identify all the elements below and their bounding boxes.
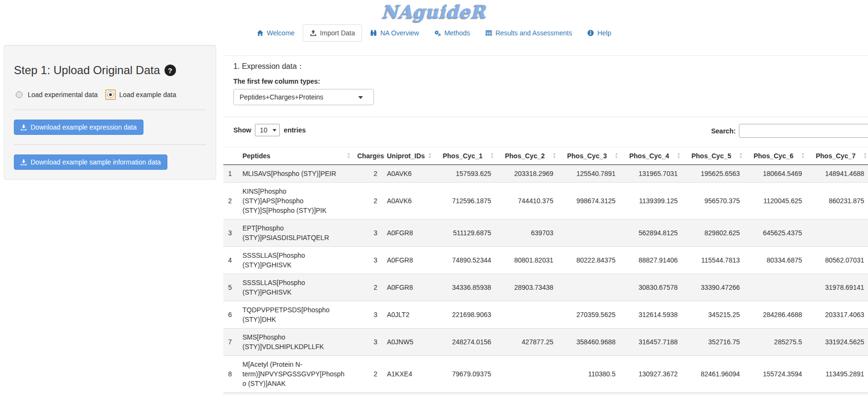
- sort-arrows-icon[interactable]: ▴▾: [553, 152, 555, 159]
- value-cell: 110380.5: [558, 356, 620, 393]
- search-input[interactable]: [739, 124, 868, 138]
- value-cell: 30830.67578: [620, 274, 682, 301]
- table-row: [223, 393, 868, 395]
- value-cell: [745, 274, 807, 301]
- column-types-select[interactable]: Peptides+Charges+Proteins: [233, 89, 374, 105]
- value-cell: 28903.73438: [496, 274, 558, 301]
- value-cell: 157593.625: [434, 165, 496, 183]
- sort-arrows-icon[interactable]: ▴▾: [615, 152, 617, 159]
- value-cell: 148941.4688: [807, 165, 868, 183]
- home-icon: [257, 30, 264, 36]
- value-cell: 285275.5: [745, 329, 807, 356]
- value-cell: 744410.375: [496, 183, 558, 219]
- radio-circle-selected-icon[interactable]: [107, 91, 114, 98]
- value-cell: 312614.5938: [620, 301, 682, 329]
- row-index-cell: 3: [223, 219, 238, 247]
- uniprot-cell: A0FGR8: [382, 247, 434, 274]
- upload-icon: [310, 30, 317, 36]
- table-row: 5SSSSLLAS[Phospho (STY)]PGHISVK2A0FGR834…: [223, 274, 868, 301]
- binoculars-icon: [370, 30, 377, 36]
- tab-results-assessments[interactable]: Results and Assessments: [478, 24, 579, 42]
- radio-load-experimental-data[interactable]: Load experimental data: [14, 89, 98, 100]
- tab-welcome[interactable]: Welcome: [250, 24, 302, 42]
- value-cell: 34336.85938: [434, 274, 496, 301]
- value-cell: [558, 274, 620, 301]
- value-cell: 1120045.625: [745, 183, 807, 219]
- page-length-select[interactable]: 10: [255, 124, 280, 136]
- table-row: 1MLISAVS[Phospho (STY)]PEIR2A0AVK6157593…: [223, 165, 868, 183]
- column-header-Phos_Cyc_7[interactable]: Phos_Cyc_7▴▾: [807, 147, 868, 165]
- download-example-expression-button[interactable]: Download example expression data: [14, 120, 143, 135]
- tab-help[interactable]: Help: [580, 24, 618, 42]
- tab-na-overview[interactable]: NA Overview: [363, 24, 426, 42]
- tab-methods[interactable]: Methods: [427, 24, 477, 42]
- peptide-cell: SSSSLLAS[Phospho (STY)]PGHISVK: [238, 274, 352, 301]
- sort-arrows-icon[interactable]: ▴▾: [377, 152, 379, 159]
- gears-icon: [434, 30, 441, 36]
- value-cell: 956570.375: [682, 183, 745, 219]
- column-header-Phos_Cyc_3[interactable]: Phos_Cyc_3▴▾: [558, 147, 620, 165]
- peptide-cell: SMS[Phospho (STY)]VDLSHIPLKDPLLFK: [238, 329, 352, 356]
- tab-import-data[interactable]: Import Data: [303, 24, 362, 42]
- sort-arrows-icon[interactable]: ▴▾: [740, 152, 742, 159]
- peptide-cell: MLISAVS[Phospho (STY)]PEIR: [238, 165, 352, 183]
- radio-load-example-data[interactable]: Load example data: [105, 89, 176, 100]
- sort-arrows-icon[interactable]: ▴▾: [429, 152, 431, 159]
- uniprot-cell: A1KXE4: [382, 356, 434, 393]
- value-cell: [496, 356, 558, 393]
- sort-arrows-icon[interactable]: ▴▾: [491, 152, 493, 159]
- question-circle-icon[interactable]: ?: [165, 65, 176, 76]
- column-header-Phos_Cyc_1[interactable]: Phos_Cyc_1▴▾: [434, 147, 496, 165]
- uniprot-cell: A0JLT2: [382, 301, 434, 329]
- table-row: 4SSSSLLAS[Phospho (STY)]PGHISVK3A0FGR874…: [223, 247, 868, 274]
- expression-data-table: Peptides▴▾Charges▴▾Uniprot_IDs▴▾Phos_Cyc…: [223, 147, 868, 395]
- value-cell: 1139399.125: [620, 183, 682, 219]
- download-icon: [21, 124, 27, 131]
- column-header-Peptides[interactable]: Peptides▴▾: [238, 147, 352, 165]
- import-data-panel: 1. Expression data： The first few column…: [223, 45, 868, 395]
- download-icon: [21, 159, 27, 165]
- table-icon: [485, 30, 492, 36]
- value-cell: 203317.4063: [807, 301, 868, 329]
- column-header-Phos_Cyc_6[interactable]: Phos_Cyc_6▴▾: [745, 147, 807, 165]
- uniprot-cell: A0FGR8: [382, 219, 434, 247]
- charge-cell: 2: [352, 356, 382, 393]
- peptide-cell: EPT[Phospho (STY)]PSIASDISLPIATQELR: [238, 219, 352, 247]
- main-nav: Welcome Import Data NA Overview Methods …: [0, 24, 868, 42]
- charge-cell: 2: [352, 183, 382, 219]
- column-header-Phos_Cyc_5[interactable]: Phos_Cyc_5▴▾: [682, 147, 745, 165]
- info-icon: [587, 30, 594, 36]
- sort-arrows-icon[interactable]: ▴▾: [678, 152, 680, 159]
- column-header-Phos_Cyc_4[interactable]: Phos_Cyc_4▴▾: [620, 147, 682, 165]
- column-header-Charges[interactable]: Charges▴▾: [352, 147, 382, 165]
- table-row: 8M[Acetyl (Protein N-term)]NPVYSPGSSGVPY…: [223, 356, 868, 393]
- download-example-sample-info-button[interactable]: Download example sample information data: [14, 154, 167, 170]
- row-index-cell: 4: [223, 247, 238, 274]
- value-cell: 33390.47266: [682, 274, 745, 301]
- value-cell: 270359.5625: [558, 301, 620, 329]
- radio-circle-icon[interactable]: [16, 91, 22, 98]
- value-cell: 203318.2969: [496, 165, 558, 183]
- value-cell: 79679.09375: [434, 356, 496, 393]
- peptide-cell: KINS[Phospho (STY)]APS[Phospho (STY)]S[P…: [238, 183, 352, 219]
- uniprot-cell: A0AVK6: [382, 165, 434, 183]
- table-row: 3EPT[Phospho (STY)]PSIASDISLPIATQELR3A0F…: [223, 219, 868, 247]
- value-cell: 562894.8125: [620, 219, 682, 247]
- peptide-cell: M[Acetyl (Protein N-term)]NPVYSPGSSGVPY[…: [238, 356, 352, 393]
- sidebar-divider: [14, 144, 206, 145]
- sort-arrows-icon[interactable]: ▴▾: [802, 152, 804, 159]
- app-logo: NAguideR: [0, 1, 868, 22]
- expression-data-title: 1. Expression data：: [233, 62, 868, 72]
- column-header-Uniprot_IDs[interactable]: Uniprot_IDs▴▾: [382, 147, 434, 165]
- sort-arrows-icon[interactable]: ▴▾: [864, 152, 866, 159]
- column-types-label: The first few column types:: [233, 77, 868, 85]
- value-cell: 195625.6563: [682, 165, 745, 183]
- sort-arrows-icon[interactable]: ▴▾: [348, 152, 350, 159]
- uniprot-cell: A0JNW5: [382, 329, 434, 356]
- charge-cell: 3: [352, 329, 382, 356]
- column-header-Phos_Cyc_2[interactable]: Phos_Cyc_2▴▾: [496, 147, 558, 165]
- value-cell: 155724.3594: [745, 356, 807, 393]
- row-index-cell: 5: [223, 274, 238, 301]
- value-cell: 645625.4375: [745, 219, 807, 247]
- row-index-cell: 8: [223, 356, 238, 393]
